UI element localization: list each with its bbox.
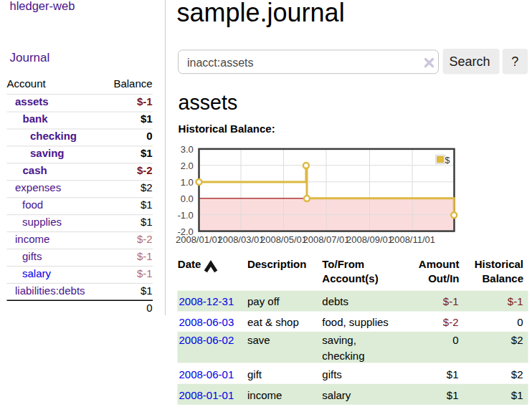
svg-text:Account(s): Account(s) [322,272,378,284]
svg-text:2008/05/01: 2008/05/01 [260,234,307,245]
svg-text:saving,: saving, [322,334,356,346]
svg-text:$1: $1 [141,112,153,125]
svg-text:$2: $2 [511,368,523,380]
svg-text:Historical Balance:: Historical Balance: [179,123,275,135]
svg-text:saving: saving [30,147,65,159]
svg-text:2008/07/01: 2008/07/01 [303,234,349,245]
svg-text:pay off: pay off [247,295,280,307]
svg-text:bank: bank [23,112,49,125]
svg-text:2008/03/01: 2008/03/01 [217,234,264,245]
svg-text:$-1: $-1 [443,295,459,307]
svg-text:0: 0 [146,302,152,314]
svg-text:$2: $2 [511,334,523,346]
svg-text:Date: Date [178,258,201,270]
svg-text:checking: checking [322,350,364,362]
svg-text:gifts: gifts [322,368,342,380]
svg-text:Account: Account [7,77,47,90]
svg-text:$1: $1 [447,368,459,380]
svg-text:gifts: gifts [22,250,42,262]
svg-text:income: income [247,389,282,401]
svg-text:Balance: Balance [482,272,523,284]
svg-text:Amount: Amount [419,258,460,270]
svg-text:assets: assets [15,95,49,107]
svg-text:$-2: $-2 [443,316,459,328]
svg-text:2008/01/01: 2008/01/01 [176,234,222,245]
svg-text:$-2: $-2 [137,164,153,176]
svg-text:To/From: To/From [322,258,364,270]
svg-text:Search: Search [449,54,490,69]
svg-text:0: 0 [452,334,458,346]
svg-text:expenses: expenses [15,181,61,193]
svg-text:2008/09/01: 2008/09/01 [346,234,393,245]
svg-text:?: ? [511,54,518,69]
svg-text:inacct:assets: inacct:assets [187,57,253,69]
svg-text:eat & shop: eat & shop [247,316,299,328]
svg-text:2008-06-02: 2008-06-02 [179,334,234,346]
svg-text:liabilities:debts: liabilities:debts [15,284,85,297]
svg-text:1.0: 1.0 [181,177,194,188]
svg-text:$1: $1 [141,216,153,228]
svg-text:$-1: $-1 [137,95,153,107]
svg-text:2008/11/01: 2008/11/01 [389,234,435,245]
svg-text:salary: salary [22,267,52,279]
svg-text:$1: $1 [141,147,153,159]
svg-text:$1: $1 [141,198,153,211]
svg-text:$-2: $-2 [137,233,153,245]
svg-text:0: 0 [146,130,152,142]
svg-text:assets: assets [179,91,238,114]
svg-text:sample.journal: sample.journal [177,0,345,27]
svg-text:food: food [22,198,43,211]
svg-text:checking: checking [30,130,77,142]
svg-text:$2: $2 [141,181,153,193]
svg-text:3.0: 3.0 [181,144,194,155]
svg-text:$: $ [445,155,450,166]
svg-text:supplies: supplies [22,216,62,228]
svg-text:0: 0 [517,316,523,328]
svg-text:$-1: $-1 [137,267,153,279]
svg-text:$1: $1 [141,284,153,297]
svg-text:2008-12-31: 2008-12-31 [179,295,234,307]
svg-text:Historical: Historical [475,258,523,270]
svg-text:$-1: $-1 [508,295,523,307]
svg-text:-1.0: -1.0 [177,210,193,221]
svg-text:gift: gift [247,368,262,380]
svg-text:save: save [247,334,270,346]
svg-text:salary: salary [322,389,351,401]
svg-text:hledger-web: hledger-web [10,0,75,12]
svg-text:Description: Description [247,258,307,270]
svg-text:0.0: 0.0 [181,193,194,204]
svg-text:2008-06-01: 2008-06-01 [179,368,234,380]
svg-text:2008-06-03: 2008-06-03 [179,316,234,328]
svg-text:$1: $1 [511,389,523,401]
svg-text:debts: debts [322,295,348,307]
svg-text:$1: $1 [447,389,459,401]
svg-text:2008-01-01: 2008-01-01 [179,389,234,401]
svg-text:cash: cash [23,164,47,176]
svg-text:Balance: Balance [113,77,152,90]
svg-text:food, supplies: food, supplies [322,316,389,328]
svg-text:$-1: $-1 [137,250,153,262]
svg-text:income: income [15,233,49,245]
svg-text:Journal: Journal [10,51,50,64]
svg-text:2.0: 2.0 [181,160,194,171]
svg-text:Out/In: Out/In [428,272,459,284]
